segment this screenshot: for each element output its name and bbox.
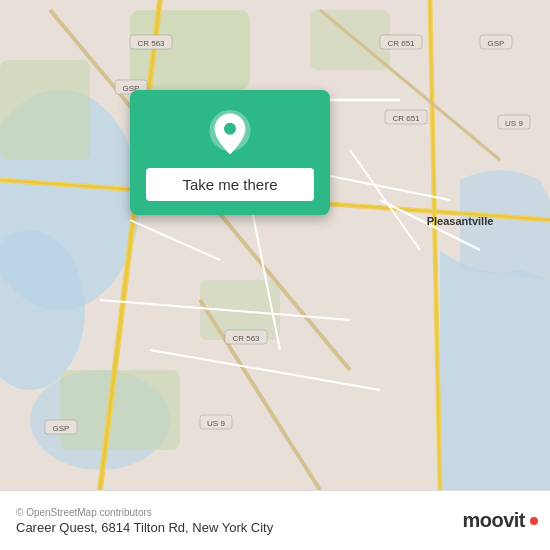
- svg-text:CR 651: CR 651: [387, 39, 415, 48]
- moovit-wordmark: moovit: [462, 509, 525, 532]
- svg-text:GSP: GSP: [488, 39, 505, 48]
- svg-text:Pleasantville: Pleasantville: [427, 215, 494, 227]
- copyright-text: © OpenStreetMap contributors: [16, 507, 273, 518]
- svg-rect-6: [60, 370, 180, 450]
- bottom-bar: © OpenStreetMap contributors Career Ques…: [0, 490, 550, 550]
- svg-text:US 9: US 9: [505, 119, 523, 128]
- moovit-logo: moovit: [462, 509, 538, 532]
- take-me-there-button[interactable]: Take me there: [146, 168, 314, 201]
- svg-text:CR 651: CR 651: [392, 114, 420, 123]
- svg-point-29: [224, 123, 236, 135]
- svg-rect-5: [0, 60, 90, 160]
- map-container: CR 563 GSP CR 651 GSP CR 651 US 9 CR 563…: [0, 0, 550, 490]
- svg-text:CR 563: CR 563: [137, 39, 165, 48]
- moovit-dot-icon: [530, 517, 538, 525]
- svg-text:US 9: US 9: [207, 419, 225, 428]
- svg-rect-8: [310, 10, 390, 70]
- location-name: Career Quest, 6814 Tilton Rd, New York C…: [16, 520, 273, 535]
- svg-text:CR 563: CR 563: [232, 334, 260, 343]
- bottom-info: © OpenStreetMap contributors Career Ques…: [16, 507, 273, 535]
- location-card: Take me there: [130, 90, 330, 215]
- pin-icon: [206, 110, 254, 158]
- svg-text:GSP: GSP: [53, 424, 70, 433]
